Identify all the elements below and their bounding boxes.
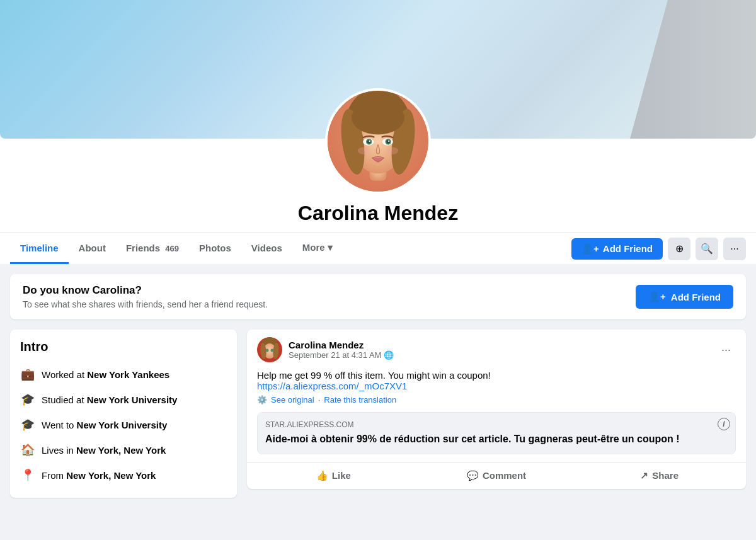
more-options-button[interactable]: ··· [723, 238, 746, 260]
svg-point-26 [271, 349, 274, 352]
know-banner-text: Do you know Carolina? To see what she sh… [23, 284, 268, 309]
post-text: Help me get 99 % off this item. You migh… [257, 370, 736, 381]
link-source: STAR.ALIEXPRESS.COM [265, 420, 728, 429]
went-icon: 🎓 [20, 417, 35, 432]
intro-item-studied: 🎓 Studied at New York University [20, 387, 227, 412]
add-friend-banner-button[interactable]: 👤+ Add Friend [636, 285, 733, 309]
two-col-layout: Intro 💼 Worked at New York Yankees 🎓 Stu… [10, 330, 746, 498]
intro-studied-place: New York University [87, 394, 178, 405]
intro-title: Intro [20, 340, 227, 354]
post-date: September 21 at 4:31 AM [289, 350, 381, 360]
messenger-icon: ⊕ [675, 243, 684, 255]
tab-timeline[interactable]: Timeline [10, 234, 69, 264]
nav-tabs: Timeline About Friends 469 Photos Videos… [10, 233, 343, 264]
link-title: Aide-moi à obtenir 99% de réduction sur … [265, 433, 728, 446]
tab-friends[interactable]: Friends 469 [116, 234, 189, 264]
share-icon: ↗ [640, 470, 648, 481]
comment-icon: 💬 [467, 470, 479, 481]
tab-photos[interactable]: Photos [189, 234, 241, 264]
post-actions: 👍 Like 💬 Comment ↗ Share [247, 462, 746, 489]
svg-point-17 [358, 147, 370, 154]
know-banner-heading: Do you know Carolina? [23, 284, 268, 297]
profile-name: Carolina Mendez [0, 202, 756, 225]
friends-count: 469 [165, 244, 179, 253]
messenger-button[interactable]: ⊕ [668, 238, 690, 260]
svg-point-15 [369, 141, 370, 142]
profile-container: Carolina Mendez Timeline About Friends 4… [0, 0, 756, 508]
svg-point-14 [386, 140, 390, 144]
rate-translation-link[interactable]: Rate this translation [324, 395, 396, 405]
post-author-name[interactable]: Carolina Mendez [289, 340, 394, 350]
link-preview-inner: STAR.ALIEXPRESS.COM Aide-moi à obtenir 9… [258, 413, 735, 454]
intro-item-work: 💼 Worked at New York Yankees [20, 362, 227, 387]
svg-point-18 [386, 147, 398, 154]
post-card: Carolina Mendez September 21 at 4:31 AM … [247, 330, 746, 489]
post-more-button[interactable]: ··· [716, 341, 736, 359]
intro-lives-prefix: Lives in [42, 445, 76, 456]
post-header: Carolina Mendez September 21 at 4:31 AM … [247, 330, 746, 370]
translate-icon: ⚙️ [257, 395, 267, 405]
see-original-link[interactable]: See original [271, 395, 314, 405]
intro-item-from: 📍 From New York, New York [20, 462, 227, 488]
svg-point-25 [266, 349, 269, 352]
add-friend-icon: 👤+ [581, 243, 599, 255]
left-column: Intro 💼 Worked at New York Yankees 🎓 Stu… [10, 330, 237, 498]
add-friend-nav-button[interactable]: 👤+ Add Friend [571, 238, 663, 260]
share-button[interactable]: ↗ Share [578, 465, 741, 486]
lives-icon: 🏠 [20, 442, 35, 457]
work-icon: 💼 [20, 367, 35, 382]
link-info-button[interactable]: i [718, 418, 730, 430]
avatar[interactable] [325, 88, 431, 194]
intro-work-place: New York Yankees [87, 369, 169, 380]
more-icon: ··· [730, 243, 738, 255]
search-button[interactable]: 🔍 [696, 238, 718, 260]
tab-more[interactable]: More ▾ [292, 233, 343, 264]
nav-actions: 👤+ Add Friend ⊕ 🔍 ··· [571, 238, 746, 260]
know-banner: Do you know Carolina? To see what she sh… [10, 274, 746, 319]
translate-separator: · [318, 395, 321, 405]
intro-card: Intro 💼 Worked at New York Yankees 🎓 Stu… [10, 330, 237, 498]
like-button[interactable]: 👍 Like [252, 465, 415, 486]
post-author-info: Carolina Mendez September 21 at 4:31 AM … [289, 340, 394, 360]
svg-point-8 [352, 101, 404, 134]
post-avatar[interactable] [257, 337, 282, 362]
intro-from-prefix: From [42, 470, 66, 481]
comment-button[interactable]: 💬 Comment [415, 465, 578, 486]
post-header-left: Carolina Mendez September 21 at 4:31 AM … [257, 337, 394, 362]
post-meta: September 21 at 4:31 AM 🌐 [289, 350, 394, 360]
tab-about[interactable]: About [69, 234, 116, 264]
search-icon: 🔍 [701, 243, 713, 255]
intro-went-place: New York University [77, 420, 168, 430]
intro-went-prefix: Went to [42, 420, 77, 430]
post-body: Help me get 99 % off this item. You migh… [247, 370, 746, 412]
like-icon: 👍 [316, 470, 328, 481]
from-icon: 📍 [20, 468, 35, 483]
profile-pic-wrapper [0, 88, 756, 194]
studied-icon: 🎓 [20, 392, 35, 407]
main-content: Do you know Carolina? To see what she sh… [0, 264, 756, 508]
know-banner-subtext: To see what she shares with friends, sen… [23, 299, 268, 309]
intro-item-lives: 🏠 Lives in New York, New York [20, 437, 227, 462]
profile-name-section: Carolina Mendez [0, 194, 756, 225]
post-globe-icon: 🌐 [384, 350, 394, 360]
post-translate: ⚙️ See original · Rate this translation [257, 395, 736, 405]
svg-point-16 [388, 141, 389, 142]
tab-videos[interactable]: Videos [241, 234, 292, 264]
intro-item-went: 🎓 Went to New York University [20, 412, 227, 437]
profile-nav: Timeline About Friends 469 Photos Videos… [0, 233, 756, 264]
intro-work-prefix: Worked at [42, 369, 87, 380]
intro-from-place: New York, New York [66, 470, 156, 481]
post-link[interactable]: https://a.aliexpress.com/_mOc7XV1 [257, 381, 407, 391]
intro-lives-place: New York, New York [76, 445, 166, 456]
intro-studied-prefix: Studied at [42, 394, 87, 405]
right-column: Carolina Mendez September 21 at 4:31 AM … [247, 330, 746, 489]
svg-point-13 [367, 140, 371, 144]
link-preview[interactable]: STAR.ALIEXPRESS.COM Aide-moi à obtenir 9… [257, 412, 736, 454]
add-friend-banner-icon: 👤+ [648, 291, 666, 302]
